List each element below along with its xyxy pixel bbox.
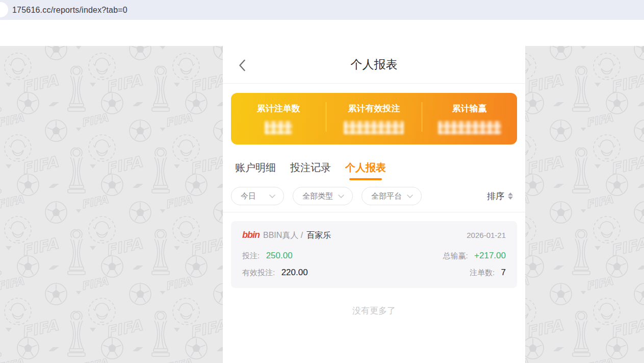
tab-label: 投注记录 xyxy=(290,162,331,173)
tab-personal-report[interactable]: 个人报表 xyxy=(345,161,386,180)
valid-bet-label: 有效投注: xyxy=(242,268,275,277)
stat-total-valid-bets: 累计有效投注 xyxy=(326,93,421,144)
page-title: 个人报表 xyxy=(351,57,398,72)
platform-filter-dropdown[interactable]: 全部平台 xyxy=(362,187,422,205)
masked-value xyxy=(438,121,501,134)
filter-bar: 今日 全部类型 全部平台 排序 xyxy=(223,187,525,212)
browser-url-bar[interactable]: 175616.cc/reports/index?tab=0 xyxy=(0,0,644,20)
sort-label: 排序 xyxy=(487,190,504,202)
chevron-down-icon xyxy=(338,195,344,198)
report-record-card[interactable]: bbin BBIN真人 / 百家乐 2026-01-21 投注: 250.00 … xyxy=(231,221,517,288)
report-panel: 个人报表 累计注单数 累计有效投注 累计输赢 账户明细 投注记录 个人报表 xyxy=(223,46,525,363)
tab-bet-records[interactable]: 投注记录 xyxy=(290,161,331,180)
provider-name: BBIN真人 / xyxy=(263,230,303,241)
tab-bar: 账户明细 投注记录 个人报表 xyxy=(223,144,525,180)
stat-label: 累计有效投注 xyxy=(348,103,400,114)
chevron-down-icon xyxy=(269,195,275,198)
sort-control[interactable]: 排序 xyxy=(487,190,513,202)
stat-total-winloss: 累计输赢 xyxy=(422,93,517,144)
bet-value: 250.00 xyxy=(266,251,293,260)
stat-label: 累计输赢 xyxy=(452,103,487,114)
stat-total-bets: 累计注单数 xyxy=(231,93,326,144)
tab-account-details[interactable]: 账户明细 xyxy=(235,161,276,180)
sort-arrows-icon xyxy=(508,192,513,200)
winloss-label: 总输赢: xyxy=(443,251,468,260)
record-date: 2026-01-21 xyxy=(467,231,506,239)
bet-label: 投注: xyxy=(242,251,260,260)
url-text[interactable]: 175616.cc/reports/index?tab=0 xyxy=(12,6,127,15)
page-header: 个人报表 xyxy=(223,46,525,84)
back-button[interactable] xyxy=(238,59,246,71)
tab-underline xyxy=(294,178,327,180)
valid-bet-value: 220.00 xyxy=(281,268,308,277)
masked-value xyxy=(344,121,404,134)
bbin-logo: bbin xyxy=(242,230,260,240)
browser-tab-shape xyxy=(0,2,8,17)
masked-value xyxy=(265,121,292,134)
dropdown-value: 全部平台 xyxy=(371,191,402,201)
tab-underline xyxy=(239,178,272,180)
tab-label: 账户明细 xyxy=(235,162,276,173)
chevron-left-icon xyxy=(238,59,246,71)
chevron-down-icon xyxy=(407,195,413,198)
date-filter-dropdown[interactable]: 今日 xyxy=(231,187,284,205)
winloss-value: +217.00 xyxy=(474,251,506,260)
game-name: 百家乐 xyxy=(306,230,331,241)
tab-label: 个人报表 xyxy=(345,162,386,173)
no-more-text: 没有更多了 xyxy=(223,305,525,317)
stats-summary-card: 累计注单数 累计有效投注 累计输赢 xyxy=(231,93,517,144)
bet-count-value: 7 xyxy=(501,268,506,277)
dropdown-value: 今日 xyxy=(241,191,256,201)
dropdown-value: 全部类型 xyxy=(302,191,333,201)
type-filter-dropdown[interactable]: 全部类型 xyxy=(293,187,353,205)
tab-underline-active xyxy=(349,178,382,180)
bet-count-label: 注单数: xyxy=(470,268,495,277)
stat-label: 累计注单数 xyxy=(257,103,300,114)
